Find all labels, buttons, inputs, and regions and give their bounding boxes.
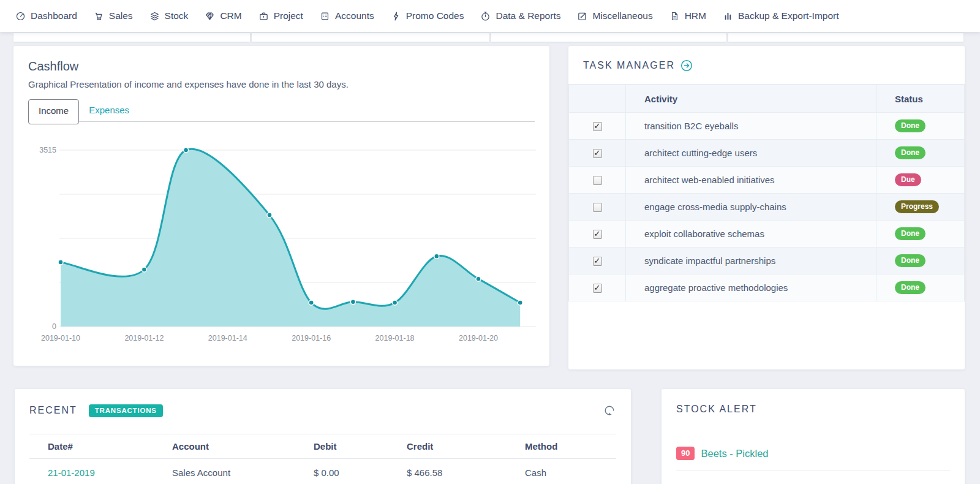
svg-text:2019-01-18: 2019-01-18 — [375, 334, 415, 342]
nav-item-data-reports[interactable]: Data & Reports — [480, 10, 560, 21]
task-checkbox[interactable] — [593, 122, 602, 131]
nav-item-label: Accounts — [335, 10, 374, 21]
task-checkbox[interactable] — [593, 203, 602, 212]
stat-card-partial — [491, 33, 726, 42]
task-row: aggregate proactive methodologiesDone — [569, 274, 965, 301]
task-activity: aggregate proactive methodologies — [626, 274, 876, 301]
accounts-icon — [320, 11, 330, 21]
nav-item-label: Dashboard — [31, 10, 77, 21]
task-checkbox[interactable] — [593, 230, 602, 239]
task-activity: architect web-enabled initiatives — [626, 167, 876, 194]
task-table: Activity Status transition B2C eyeballsD… — [568, 85, 965, 301]
stock-alert-card: STOCK ALERT 90Beets - Pickled — [662, 389, 965, 484]
task-row: engage cross-media supply-chainsProgress — [569, 194, 965, 221]
status-badge: Done — [895, 254, 925, 267]
nav-item-label: Data & Reports — [496, 10, 560, 21]
cashflow-subtitle: Graphical Presentation of income and exp… — [28, 79, 535, 89]
task-col-checkbox — [569, 85, 626, 113]
task-activity: architect cutting-edge users — [626, 140, 876, 167]
divider — [676, 471, 950, 471]
task-row: architect web-enabled initiativesDue — [569, 167, 965, 194]
col-debit: Debit — [295, 434, 388, 459]
project-icon — [258, 11, 269, 21]
nav-item-label: HRM — [685, 10, 706, 21]
svg-text:0: 0 — [52, 322, 56, 331]
transaction-method: Cash — [507, 459, 616, 484]
transactions-badge: TRANSACTIONS — [89, 404, 163, 417]
svg-text:3515: 3515 — [39, 146, 56, 154]
promo-codes-icon — [391, 11, 401, 21]
nav-item-label: Project — [274, 10, 303, 21]
nav-item-hrm[interactable]: HRM — [669, 10, 706, 21]
task-checkbox[interactable] — [593, 284, 602, 293]
stock-icon — [149, 11, 160, 21]
top-navbar: DashboardSalesStockCRMProjectAccountsPro… — [0, 0, 980, 32]
task-activity: engage cross-media supply-chains — [626, 194, 876, 221]
stat-card-partial — [252, 33, 489, 42]
miscellaneous-icon — [577, 11, 587, 21]
cashflow-card: Cashflow Graphical Presentation of incom… — [13, 46, 549, 366]
stock-alert-item: 90Beets - Pickled — [676, 447, 950, 460]
stock-item-link[interactable]: Beets - Pickled — [701, 448, 768, 459]
col-credit: Credit — [388, 434, 507, 459]
stat-card-partial — [13, 33, 250, 42]
transaction-date-link[interactable]: 21-01-2019 — [48, 467, 95, 478]
nav-item-label: CRM — [220, 10, 241, 21]
data-reports-icon — [480, 11, 491, 21]
task-col-activity: Activity — [626, 85, 876, 113]
task-activity: exploit collaborative schemas — [626, 221, 876, 248]
col-account: Account — [154, 434, 295, 459]
nav-item-project[interactable]: Project — [258, 10, 303, 21]
nav-item-sales[interactable]: Sales — [94, 10, 133, 21]
nav-item-miscellaneous[interactable]: Miscellaneous — [577, 10, 652, 21]
svg-text:2019-01-12: 2019-01-12 — [124, 334, 164, 342]
svg-text:2019-01-20: 2019-01-20 — [459, 334, 498, 342]
nav-item-label: Sales — [109, 10, 133, 21]
task-checkbox[interactable] — [593, 176, 602, 185]
col-method: Method — [507, 434, 616, 459]
col-date: Date# — [29, 434, 154, 459]
svg-text:2019-01-10: 2019-01-10 — [41, 334, 80, 342]
hrm-icon — [669, 11, 680, 21]
task-manager-link-icon[interactable] — [680, 59, 693, 72]
status-badge: Done — [895, 227, 925, 240]
cashflow-chart: 351502019-01-102019-01-122019-01-142019-… — [13, 46, 549, 352]
nav-item-label: Stock — [165, 10, 189, 21]
tab-income[interactable]: Income — [28, 99, 79, 124]
tab-expenses[interactable]: Expenses — [79, 99, 139, 121]
task-activity: transition B2C eyeballs — [626, 113, 876, 140]
nav-item-accounts[interactable]: Accounts — [320, 10, 374, 21]
svg-text:2019-01-16: 2019-01-16 — [292, 334, 331, 342]
crm-icon — [205, 11, 215, 21]
status-badge: Done — [895, 146, 925, 159]
task-manager-card: TASK MANAGER Activity Status transition … — [568, 46, 965, 369]
status-badge: Done — [895, 281, 925, 294]
task-checkbox[interactable] — [593, 149, 602, 158]
stock-qty-badge: 90 — [676, 447, 695, 460]
nav-item-dashboard[interactable]: Dashboard — [15, 10, 77, 21]
nav-item-promo-codes[interactable]: Promo Codes — [391, 10, 464, 21]
task-row: syndicate impactful partnershipsDone — [569, 248, 965, 274]
status-badge: Done — [895, 119, 925, 132]
nav-item-label: Miscellaneous — [592, 10, 652, 21]
nav-item-label: Promo Codes — [406, 10, 464, 21]
refresh-icon[interactable] — [603, 404, 616, 417]
nav-item-stock[interactable]: Stock — [149, 10, 189, 21]
recent-transactions-card: RECENT TRANSACTIONS Date# Account Debit … — [15, 389, 631, 484]
cashflow-tabs: IncomeExpenses — [28, 99, 535, 122]
recent-title: RECENT — [29, 405, 77, 416]
status-badge: Due — [895, 173, 921, 186]
task-row: transition B2C eyeballsDone — [569, 113, 965, 140]
stat-card-partial — [728, 33, 963, 42]
task-manager-title: TASK MANAGER — [583, 60, 675, 71]
status-badge: Progress — [895, 200, 939, 213]
nav-item-backup-export-import[interactable]: Backup & Export-Import — [723, 10, 839, 21]
task-col-status: Status — [876, 85, 965, 113]
task-checkbox[interactable] — [593, 257, 602, 266]
nav-item-crm[interactable]: CRM — [205, 10, 241, 21]
dashboard-icon — [15, 11, 26, 21]
cashflow-title: Cashflow — [28, 59, 535, 74]
sales-icon — [94, 11, 104, 21]
transaction-credit: $ 466.58 — [388, 459, 507, 484]
task-row: exploit collaborative schemasDone — [569, 221, 965, 248]
